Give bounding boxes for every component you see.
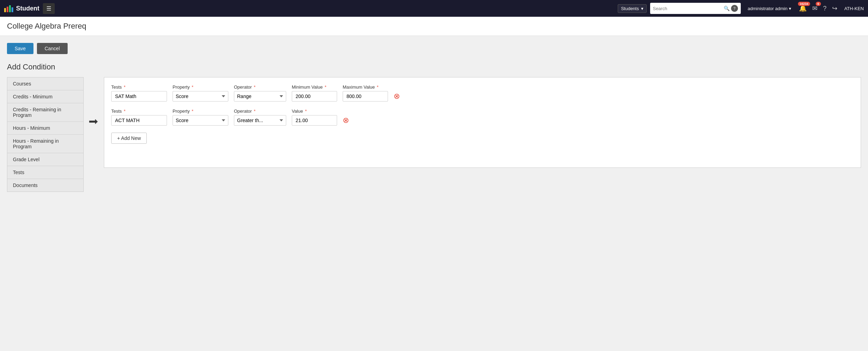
- property-field-group-1: Property * Score: [173, 84, 228, 102]
- sidebar-item-tests[interactable]: Tests: [7, 166, 83, 179]
- sidebar-item-hours-minimum[interactable]: Hours - Minimum: [7, 122, 83, 135]
- operator-select-2[interactable]: Greater th... Range Less than Equal to: [234, 115, 286, 126]
- value-field-group-2: Value *: [292, 109, 337, 126]
- notification-bell[interactable]: 🔔 16234: [799, 5, 807, 12]
- message-icon[interactable]: ✉ 6: [812, 5, 817, 12]
- tests-input-1[interactable]: [111, 91, 167, 102]
- min-field-group-1: Minimum Value *: [292, 84, 337, 102]
- user-menu[interactable]: administrator admin ▾: [748, 6, 791, 11]
- arrow-icon: ⮕: [89, 117, 99, 128]
- remove-condition-1[interactable]: ⊗: [394, 92, 400, 100]
- user-label: administrator admin: [748, 6, 787, 11]
- cancel-button[interactable]: Cancel: [37, 43, 68, 54]
- operator-field-group-2: Operator * Greater th... Range Less than…: [234, 109, 286, 126]
- property-label-1: Property *: [173, 84, 228, 90]
- required-op-2: *: [254, 109, 256, 114]
- sidebar-item-credits-minimum[interactable]: Credits - Minimum: [7, 90, 83, 103]
- content-row: Courses Credits - Minimum Credits - Rema…: [7, 77, 861, 192]
- property-field-group-2: Property * Score: [173, 109, 228, 126]
- search-bar: 🔍 ?: [650, 3, 741, 14]
- tests-field-group-2: Tests *: [111, 109, 167, 126]
- notification-badge: 16234: [798, 2, 810, 6]
- page-title: College Algebra Prereq: [7, 22, 861, 31]
- value-label-2: Value *: [292, 109, 337, 114]
- required-val-2: *: [305, 109, 307, 114]
- conditions-panel: Tests * Property * Score Operator * Rang…: [104, 77, 861, 168]
- nav-icons: 🔔 16234 ✉ 6 ? ↪ ATH-KEN: [799, 5, 864, 12]
- tests-label-2: Tests *: [111, 109, 167, 114]
- hamburger-button[interactable]: ☰: [43, 3, 55, 14]
- sidebar-item-grade-level[interactable]: Grade Level: [7, 153, 83, 166]
- sidebar-item-hours-remaining[interactable]: Hours - Remaining in Program: [7, 135, 83, 153]
- add-new-button[interactable]: + Add New: [111, 133, 147, 144]
- condition-row-1: Tests * Property * Score Operator * Rang…: [111, 84, 854, 102]
- min-label-1: Minimum Value *: [292, 84, 337, 90]
- operator-select-1[interactable]: Range Greater than Less than Equal to: [234, 91, 286, 102]
- students-dropdown-chevron: ▾: [641, 6, 644, 11]
- required-1: *: [124, 84, 125, 90]
- add-condition-arrow[interactable]: ⮕: [84, 77, 104, 168]
- brand-logo-link[interactable]: Student: [4, 5, 39, 12]
- required-op-1: *: [254, 84, 256, 90]
- tests-label-1: Tests *: [111, 84, 167, 90]
- action-bar: Save Cancel: [7, 43, 861, 54]
- sidebar-item-courses[interactable]: Courses: [7, 77, 83, 90]
- tests-field-group-1: Tests *: [111, 84, 167, 102]
- max-field-group-1: Maximum Value *: [343, 84, 388, 102]
- location-label: ATH-KEN: [844, 6, 864, 11]
- max-label-1: Maximum Value *: [343, 84, 388, 90]
- remove-condition-2[interactable]: ⊗: [343, 117, 349, 124]
- main-content: Save Cancel Add Condition Courses Credit…: [0, 36, 868, 199]
- required-prop-2: *: [192, 109, 193, 114]
- sidebar-item-documents[interactable]: Documents: [7, 179, 83, 192]
- required-2: *: [124, 109, 125, 114]
- value-input-2[interactable]: [292, 115, 337, 126]
- condition-row-2: Tests * Property * Score Operator * Grea…: [111, 109, 854, 126]
- property-label-2: Property *: [173, 109, 228, 114]
- brand-name: Student: [16, 5, 39, 12]
- save-button[interactable]: Save: [7, 43, 33, 54]
- max-input-1[interactable]: [343, 91, 388, 102]
- navbar: Student ☰ Students ▾ 🔍 ? administrator a…: [0, 0, 868, 17]
- required-max-1: *: [377, 84, 379, 90]
- operator-label-1: Operator *: [234, 84, 286, 90]
- section-title: Add Condition: [7, 62, 861, 72]
- user-chevron: ▾: [789, 6, 791, 11]
- required-prop-1: *: [192, 84, 193, 90]
- logout-icon[interactable]: ↪: [832, 5, 837, 12]
- min-input-1[interactable]: [292, 91, 337, 102]
- condition-sidebar: Courses Credits - Minimum Credits - Rema…: [7, 77, 84, 192]
- tests-input-2[interactable]: [111, 115, 167, 126]
- property-select-2[interactable]: Score: [173, 115, 228, 126]
- help-icon[interactable]: ?: [823, 5, 827, 12]
- property-select-1[interactable]: Score: [173, 91, 228, 102]
- brand-logo: [4, 5, 13, 12]
- sidebar-item-credits-remaining[interactable]: Credits - Remaining in Program: [7, 103, 83, 122]
- search-input[interactable]: [653, 6, 724, 11]
- operator-field-group-1: Operator * Range Greater than Less than …: [234, 84, 286, 102]
- page-header: College Algebra Prereq: [0, 17, 868, 36]
- message-badge: 6: [816, 2, 821, 6]
- operator-label-2: Operator *: [234, 109, 286, 114]
- required-min-1: *: [325, 84, 326, 90]
- students-dropdown-label: Students: [621, 6, 639, 11]
- search-icon: 🔍: [724, 6, 730, 11]
- info-icon: ?: [731, 5, 738, 12]
- students-dropdown[interactable]: Students ▾: [618, 4, 646, 13]
